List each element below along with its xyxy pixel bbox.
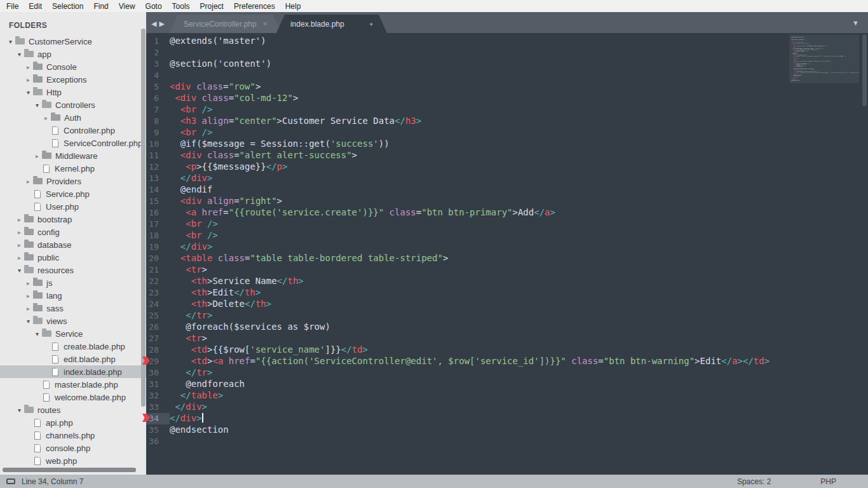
chevron-right-icon[interactable]: ▸	[15, 216, 24, 223]
sidebar-horizontal-scrollbar[interactable]	[3, 468, 136, 472]
code-line[interactable]: 26 @foreach($services as $row)	[146, 321, 868, 332]
code-line[interactable]: 25 </tr>	[146, 309, 868, 321]
menu-item-selection[interactable]: Selection	[47, 1, 88, 12]
code-line[interactable]: 13 </div>	[146, 172, 868, 184]
code-line[interactable]: 29 <td><a href="{{action('ServiceControl…	[146, 355, 868, 367]
menu-item-goto[interactable]: Goto	[140, 1, 167, 12]
sidebar-item-exceptions[interactable]: ▸Exceptions	[0, 73, 146, 86]
sidebar-item-bootstrap[interactable]: ▸bootstrap	[0, 213, 146, 226]
chevron-down-icon[interactable]: ▾	[15, 267, 24, 274]
chevron-right-icon[interactable]: ▸	[24, 76, 32, 83]
sidebar-item-channels-php[interactable]: channels.php	[0, 429, 146, 442]
code-line[interactable]: 34</div>	[146, 412, 868, 424]
editor-vertical-scrollbar[interactable]	[862, 34, 867, 106]
code-editor[interactable]: 1@extends('master')23@section('content')…	[146, 33, 868, 475]
sidebar-item-welcome-blade-php[interactable]: welcome.blade.php	[0, 391, 146, 403]
code-line[interactable]: 31 @endforeach	[146, 378, 868, 390]
sidebar-item-controller-php[interactable]: Controller.php	[0, 124, 146, 137]
code-line[interactable]: 15 <div align="right">	[146, 195, 868, 207]
code-line[interactable]: 8 <h3 align="center">Customer Service Da…	[146, 115, 868, 126]
forward-icon[interactable]: ▶	[159, 20, 164, 28]
sidebar-item-middleware[interactable]: ▸Middleware	[0, 149, 146, 162]
code-line[interactable]: 21 <tr>	[146, 264, 868, 275]
tab-index-blade-php[interactable]: index.blade.php●	[276, 15, 387, 33]
code-line[interactable]: 12 <p>{{$message}}</p>	[146, 161, 868, 172]
code-line[interactable]: 2	[146, 46, 868, 58]
code-line[interactable]: 17 <br />	[146, 218, 868, 229]
menu-item-tools[interactable]: Tools	[167, 1, 195, 12]
sidebar-item-config[interactable]: ▸config	[0, 226, 146, 238]
chevron-right-icon[interactable]: ▸	[24, 280, 32, 287]
code-line[interactable]: 9 <br />	[146, 126, 868, 138]
sidebar-item-lang[interactable]: ▸lang	[0, 289, 146, 302]
sidebar-item-customerservice[interactable]: ▾CustomerService	[0, 35, 146, 48]
sidebar-item-user-php[interactable]: User.php	[0, 200, 146, 213]
code-line[interactable]: 28 <td>{{$row['service_name']}}</td>	[146, 344, 868, 355]
code-line[interactable]: 10 @if($message = Session::get('success'…	[146, 138, 868, 149]
code-line[interactable]: 36	[146, 435, 868, 447]
chevron-down-icon[interactable]: ▾	[15, 51, 24, 58]
indentation-setting[interactable]: Spaces: 2	[737, 477, 771, 486]
sidebar-item-resources[interactable]: ▾resources	[0, 264, 146, 276]
back-icon[interactable]: ◀	[151, 20, 156, 28]
menu-item-edit[interactable]: Edit	[24, 1, 47, 12]
sidebar-item-console[interactable]: ▸Console	[0, 60, 146, 73]
sidebar-item-console-php[interactable]: console.php	[0, 442, 146, 454]
code-line[interactable]: 27 <tr>	[146, 332, 868, 344]
sidebar-item-public[interactable]: ▸public	[0, 251, 146, 264]
chevron-right-icon[interactable]: ▸	[15, 229, 24, 236]
sidebar-item-database[interactable]: ▸database	[0, 238, 146, 251]
menu-item-project[interactable]: Project	[195, 1, 229, 12]
code-line[interactable]: 33 </div>	[146, 401, 868, 412]
sidebar-item-controllers[interactable]: ▾Controllers	[0, 98, 146, 111]
code-line[interactable]: 4	[146, 69, 868, 81]
code-line[interactable]: 19 </div>	[146, 241, 868, 252]
sidebar-item-api-php[interactable]: api.php	[0, 416, 146, 429]
chevron-down-icon[interactable]: ▾	[33, 330, 41, 337]
chevron-down-icon[interactable]: ▾	[15, 407, 24, 414]
code-line[interactable]: 14 @endif	[146, 184, 868, 195]
sidebar-vertical-scrollbar[interactable]	[141, 29, 146, 407]
menu-item-preferences[interactable]: Preferences	[229, 1, 280, 12]
code-line[interactable]: 32 </table>	[146, 390, 868, 401]
code-line[interactable]: 6 <div class="col-md-12">	[146, 92, 868, 104]
syntax-mode[interactable]: PHP	[820, 477, 836, 486]
sidebar-item-js[interactable]: ▸js	[0, 276, 146, 289]
sidebar-item-auth[interactable]: ▸Auth	[0, 111, 146, 124]
code-line[interactable]: 35@endsection	[146, 424, 868, 435]
panel-toggle-icon[interactable]	[6, 478, 15, 484]
tab-servicecontroller-php[interactable]: ServiceController.php×	[170, 15, 281, 33]
menu-item-help[interactable]: Help	[280, 1, 306, 12]
code-line[interactable]: 18 <br />	[146, 229, 868, 241]
sidebar-item-http[interactable]: ▾Http	[0, 86, 146, 98]
code-line[interactable]: 30 </tr>	[146, 367, 868, 378]
sidebar-item-servicecontroller-php[interactable]: ServiceController.php	[0, 137, 146, 149]
chevron-right-icon[interactable]: ▸	[15, 254, 24, 261]
menu-item-file[interactable]: File	[1, 1, 24, 12]
sidebar-item-index-blade-php[interactable]: index.blade.php	[0, 365, 146, 378]
sidebar-item-sass[interactable]: ▸sass	[0, 302, 146, 315]
minimap[interactable]: @extends('master')@section('content')<di…	[789, 35, 859, 83]
code-line[interactable]: 11 <div class="alert alert-success">	[146, 149, 868, 161]
tab-list-dropdown-icon[interactable]: ▼	[852, 19, 859, 27]
close-icon[interactable]: ×	[263, 19, 268, 29]
sidebar-item-kernel-php[interactable]: Kernel.php	[0, 162, 146, 175]
code-line[interactable]: 1@extends('master')	[146, 35, 868, 46]
menu-item-view[interactable]: View	[114, 1, 140, 12]
chevron-right-icon[interactable]: ▸	[24, 305, 32, 312]
chevron-down-icon[interactable]: ▾	[24, 318, 32, 325]
chevron-down-icon[interactable]: ▾	[6, 38, 15, 45]
sidebar-item-providers[interactable]: ▸Providers	[0, 175, 146, 187]
code-line[interactable]: 3@section('content')	[146, 58, 868, 69]
sidebar-item-edit-blade-php[interactable]: edit.blade.php	[0, 353, 146, 365]
sidebar-item-master-blade-php[interactable]: master.blade.php	[0, 378, 146, 391]
code-line[interactable]: 23 <th>Edit</th>	[146, 287, 868, 298]
chevron-right-icon[interactable]: ▸	[42, 114, 50, 121]
chevron-down-icon[interactable]: ▾	[24, 89, 32, 96]
sidebar-item-routes[interactable]: ▾routes	[0, 403, 146, 416]
sidebar-item-create-blade-php[interactable]: create.blade.php	[0, 340, 146, 353]
chevron-right-icon[interactable]: ▸	[24, 292, 32, 299]
chevron-right-icon[interactable]: ▸	[15, 241, 24, 248]
menu-item-find[interactable]: Find	[88, 1, 113, 12]
chevron-right-icon[interactable]: ▸	[24, 178, 32, 185]
